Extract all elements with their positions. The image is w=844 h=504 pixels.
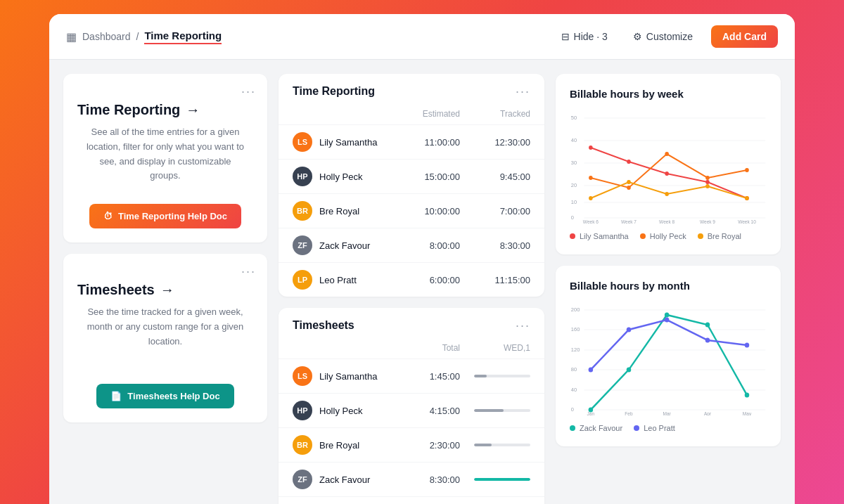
tracked-time: 12:30:00 bbox=[460, 137, 530, 148]
table-menu-2[interactable]: ··· bbox=[516, 319, 530, 332]
timesheets-rows: LS Lily Samantha 1:45:00 HP Holly Peck 4… bbox=[279, 358, 544, 504]
hide-button[interactable]: ⊟ Hide · 3 bbox=[554, 27, 615, 46]
progress-bar-bg bbox=[474, 478, 530, 481]
legend-lily: Lily Samantha bbox=[570, 232, 629, 240]
ts-user-cell: LS Lily Samantha bbox=[293, 366, 404, 386]
info-card-1-desc: See all of the time entries for a given … bbox=[77, 125, 253, 183]
add-card-button[interactable]: Add Card bbox=[711, 25, 778, 48]
top-bar: ▦ Dashboard / Time Reporting ⊟ Hide · 3 … bbox=[49, 14, 795, 60]
timesheets-table-row[interactable]: HP Holly Peck 4:15:00 bbox=[279, 393, 544, 427]
clock-icon-1: ⏱ bbox=[103, 211, 113, 221]
title-arrow-2: → bbox=[160, 282, 174, 298]
breadcrumb: ▦ Dashboard / Time Reporting bbox=[66, 30, 222, 44]
svg-point-20 bbox=[705, 180, 710, 184]
table-row[interactable]: LP Leo Pratt 6:00:00 11:15:00 bbox=[279, 262, 544, 297]
info-card-2-title: Timesheets → bbox=[77, 282, 253, 298]
user-name: Zack Favour bbox=[319, 240, 370, 251]
table-menu-1[interactable]: ··· bbox=[516, 85, 530, 98]
time-reporting-title-text: Time Reporting bbox=[77, 102, 180, 118]
progress-bar bbox=[474, 409, 504, 412]
svg-text:Week 7: Week 7 bbox=[621, 219, 637, 224]
ts-user-name: Bre Royal bbox=[319, 440, 359, 451]
ts-bar-container bbox=[460, 478, 530, 481]
svg-text:0: 0 bbox=[571, 406, 574, 413]
table-row[interactable]: BR Bre Royal 10:00:00 7:00:00 bbox=[279, 193, 544, 228]
svg-point-50 bbox=[627, 368, 632, 373]
avatar: ZF bbox=[293, 235, 312, 255]
time-reporting-table-card: Time Reporting ··· Estimated Tracked LS … bbox=[279, 74, 544, 297]
svg-text:40: 40 bbox=[571, 137, 577, 143]
gear-icon: ⚙ bbox=[633, 31, 642, 42]
table-row[interactable]: LS Lily Samantha 11:00:00 12:30:00 bbox=[279, 124, 544, 159]
monthly-chart-card: Billable hours by month 200 160 120 80 4… bbox=[556, 266, 781, 446]
svg-text:40: 40 bbox=[571, 387, 577, 393]
svg-point-24 bbox=[665, 152, 669, 156]
info-card-2-desc: See the time tracked for a given week, m… bbox=[77, 305, 253, 349]
weekly-chart-svg: 50 40 30 20 10 0 Week 6 bbox=[570, 111, 767, 224]
breadcrumb-separator: / bbox=[136, 31, 139, 42]
user-cell: HP Holly Peck bbox=[293, 167, 390, 186]
user-name: Bre Royal bbox=[319, 206, 359, 217]
timesheets-table-row[interactable]: LS Lily Samantha 1:45:00 bbox=[279, 358, 544, 393]
svg-point-22 bbox=[589, 176, 593, 180]
svg-point-58 bbox=[745, 343, 750, 348]
timesheets-help-btn[interactable]: 📄 Timesheets Help Doc bbox=[96, 384, 234, 408]
user-name: Lily Samantha bbox=[319, 137, 377, 148]
timesheets-table-row[interactable]: BR Bre Royal 2:30:00 bbox=[279, 427, 544, 462]
middle-column: Time Reporting ··· Estimated Tracked LS … bbox=[279, 74, 544, 504]
info-card-1-content: Time Reporting → See all of the time ent… bbox=[77, 88, 253, 183]
card-menu-2[interactable]: ··· bbox=[241, 265, 256, 278]
progress-bar-bg bbox=[474, 375, 530, 377]
ts-user-name: Holly Peck bbox=[319, 406, 362, 416]
legend-dot-holly bbox=[640, 233, 646, 239]
progress-bar-bg bbox=[474, 409, 530, 412]
progress-bar bbox=[474, 478, 530, 481]
monthly-chart-legend: Zack Favour Leo Pratt bbox=[570, 424, 767, 432]
right-column: Billable hours by week 50 40 30 20 10 0 bbox=[556, 74, 781, 504]
ts-total: 1:45:00 bbox=[404, 371, 460, 382]
svg-point-51 bbox=[665, 313, 670, 318]
legend-zack-label: Zack Favour bbox=[580, 424, 622, 432]
card-menu-1[interactable]: ··· bbox=[241, 85, 256, 98]
customize-button[interactable]: ⚙ Customize bbox=[626, 27, 700, 46]
svg-text:0: 0 bbox=[571, 214, 574, 221]
svg-point-53 bbox=[745, 393, 750, 398]
col-estimated: Estimated bbox=[390, 109, 460, 119]
ts-user-name: Zack Favour bbox=[319, 474, 370, 485]
timesheets-table-row[interactable]: ZF Zack Favour 8:30:00 bbox=[279, 462, 544, 496]
breadcrumb-dashboard[interactable]: Dashboard bbox=[82, 31, 131, 42]
user-cell: LS Lily Samantha bbox=[293, 132, 390, 152]
svg-point-27 bbox=[589, 196, 593, 200]
legend-zack: Zack Favour bbox=[570, 424, 622, 432]
ts-user-cell: ZF Zack Favour bbox=[293, 470, 404, 489]
svg-point-55 bbox=[627, 328, 632, 332]
help-btn-2-label: Timesheets Help Doc bbox=[127, 391, 219, 401]
doc-icon-2: 📄 bbox=[110, 391, 122, 401]
ts-avatar: LS bbox=[293, 366, 312, 386]
ts-avatar: BR bbox=[293, 435, 312, 455]
svg-text:Week 8: Week 8 bbox=[659, 219, 674, 224]
svg-text:Mar: Mar bbox=[663, 411, 672, 415]
table-row[interactable]: ZF Zack Favour 8:00:00 8:30:00 bbox=[279, 228, 544, 262]
legend-dot-bre bbox=[698, 233, 703, 239]
svg-point-28 bbox=[627, 180, 631, 184]
customize-label: Customize bbox=[646, 31, 693, 42]
time-reporting-info-card: ··· Time Reporting → See all of the time… bbox=[63, 74, 267, 243]
estimated-time: 11:00:00 bbox=[390, 137, 460, 148]
table-row[interactable]: HP Holly Peck 15:00:00 9:45:00 bbox=[279, 159, 544, 193]
legend-dot-lily bbox=[570, 233, 575, 239]
svg-text:200: 200 bbox=[571, 306, 580, 313]
svg-point-17 bbox=[589, 146, 593, 150]
avatar: HP bbox=[293, 167, 312, 186]
timesheets-table-card: Timesheets ··· Total WED,1 LS Lily Saman… bbox=[279, 308, 544, 504]
tracked-time: 8:30:00 bbox=[460, 240, 530, 251]
svg-point-18 bbox=[627, 160, 631, 164]
svg-text:Week 6: Week 6 bbox=[583, 219, 599, 224]
user-cell: ZF Zack Favour bbox=[293, 235, 390, 255]
ts-bar-container bbox=[460, 375, 530, 377]
svg-point-29 bbox=[665, 192, 669, 196]
time-reporting-help-btn[interactable]: ⏱ Time Reporting Help Doc bbox=[89, 204, 241, 228]
timesheets-info-card: ··· Timesheets → See the time tracked fo… bbox=[63, 254, 267, 422]
svg-text:20: 20 bbox=[571, 182, 577, 188]
timesheets-table-row[interactable]: LP Leo Pratt 10:00:00 bbox=[279, 496, 544, 504]
